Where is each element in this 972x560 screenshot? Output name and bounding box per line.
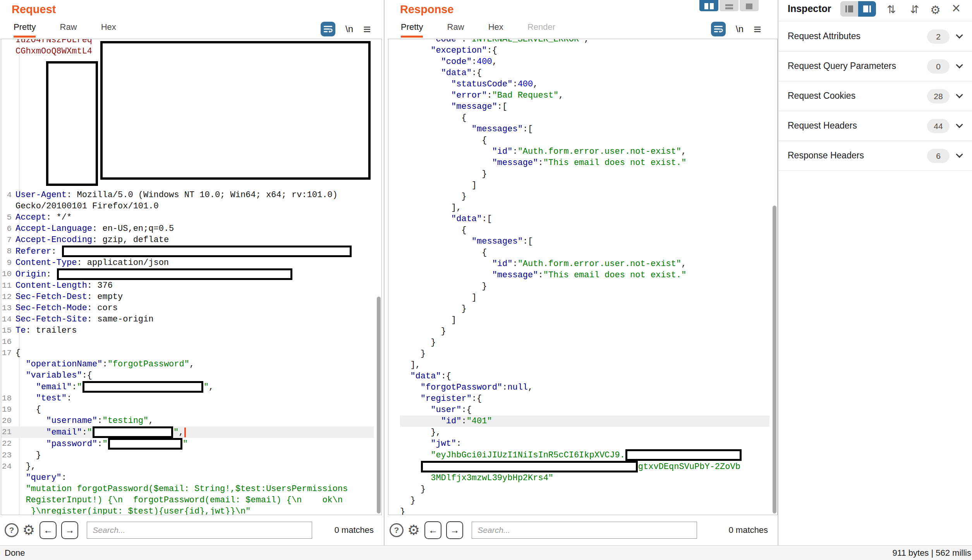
code-line[interactable]: Gecko/20100101 Firefox/101.0: [1, 201, 374, 212]
collapse-all-icon[interactable]: ⇵: [910, 3, 919, 16]
code-line[interactable]: 9Content-Type: application/json: [1, 257, 374, 268]
code-line: "data":[: [400, 213, 769, 225]
code-line[interactable]: 7Accept-Encoding: gzip, deflate: [1, 234, 374, 246]
tab-hex[interactable]: Hex: [101, 22, 116, 36]
code-line[interactable]: 12Sec-Fetch-Dest: empty: [1, 291, 374, 302]
layout-single-button[interactable]: [740, 0, 759, 11]
code-line[interactable]: RegisterInput!) {\n forgotPassword(email…: [1, 495, 374, 506]
newline-toggle[interactable]: \n: [736, 24, 744, 34]
code-text: 3MDlfjx3mzwL39ybHp2Krs4": [400, 472, 553, 484]
dock-left-button[interactable]: [840, 1, 858, 17]
request-search-bar: ? ⚙ ← → 0 matches: [0, 515, 384, 545]
next-match-button[interactable]: →: [61, 521, 78, 539]
inspector-section-response-headers[interactable]: Response Headers 6: [778, 141, 972, 171]
code-line: "messages":[: [400, 124, 769, 135]
request-code-tools: \n ≡: [321, 21, 371, 37]
code-line[interactable]: 13Sec-Fetch-Mode: cors: [1, 302, 374, 314]
expand-all-icon[interactable]: ⇅: [887, 3, 896, 16]
request-scrollbar[interactable]: [377, 297, 381, 514]
code-line: },: [400, 427, 769, 438]
code-line[interactable]: 19 {: [1, 404, 374, 415]
code-line[interactable]: "mutation forgotPassword($email: String!…: [1, 483, 374, 495]
layout-rows-button[interactable]: [720, 0, 738, 11]
code-text: "id":"401": [400, 416, 492, 427]
code-line[interactable]: 11Content-Length: 376: [1, 280, 374, 291]
previous-match-button[interactable]: ←: [424, 521, 441, 539]
code-line[interactable]: 6Accept-Language: en-US,en;q=0.5: [1, 223, 374, 234]
response-scrollbar[interactable]: [773, 206, 776, 514]
code-line[interactable]: 8Referer:: [1, 246, 374, 257]
code-text: ]: [400, 180, 477, 191]
code-line[interactable]: "operationName":"forgotPassword",: [1, 359, 374, 370]
code-line[interactable]: 24 },: [1, 461, 374, 472]
help-icon[interactable]: ?: [390, 523, 404, 537]
line-number: 19: [1, 404, 15, 415]
inspector-section-request-cookies[interactable]: Request Cookies 28: [778, 81, 972, 111]
code-line[interactable]: }\nregister(input: $test){user{id},jwt}}…: [1, 506, 374, 515]
inspector-section-request-query-parameters[interactable]: Request Query Parameters 0: [778, 52, 972, 81]
line-number: 17: [1, 347, 15, 359]
line-number: 9: [1, 257, 15, 268]
request-tabs: Pretty Raw Hex: [14, 22, 138, 39]
tab-raw[interactable]: Raw: [447, 22, 464, 36]
code-line[interactable]: "variables":{: [1, 370, 374, 381]
next-match-button[interactable]: →: [446, 521, 463, 539]
code-line[interactable]: "email":"",: [1, 381, 374, 393]
code-line[interactable]: 22 "password":"": [1, 438, 374, 450]
close-icon[interactable]: ×: [952, 0, 960, 17]
code-line[interactable]: 16: [1, 336, 374, 347]
count-badge: 28: [927, 89, 950, 103]
inspector-section-request-headers[interactable]: Request Headers 44: [778, 111, 972, 141]
response-search-bar: ? ⚙ ← → 0 matches: [385, 515, 778, 545]
tab-pretty[interactable]: Pretty: [401, 22, 423, 38]
inspector-section-request-attributes[interactable]: Request Attributes 2: [778, 22, 972, 52]
tab-raw[interactable]: Raw: [60, 22, 77, 36]
code-text: "eyJhbGci0iJIUzI1NiIsInR5cCI6IkpXVCJ9.: [400, 449, 742, 461]
code-text: Content-Length: 376: [15, 280, 113, 291]
code-text: }: [400, 168, 487, 180]
previous-match-button[interactable]: ←: [39, 521, 57, 539]
help-icon[interactable]: ?: [5, 523, 19, 537]
code-line[interactable]: 14Sec-Fetch-Site: same-origin: [1, 314, 374, 325]
code-line[interactable]: 4User-Agent: Mozilla/5.0 (Windows NT 10.…: [1, 189, 374, 201]
code-line[interactable]: 5Accept: */*: [1, 212, 374, 223]
response-code-tools: \n ≡: [711, 21, 761, 37]
code-text: Gecko/20100101 Firefox/101.0: [15, 201, 159, 212]
inspector-header: Inspector ⇅ ⇵ ⚙ ×: [778, 0, 972, 21]
code-line[interactable]: 20 "username":"testing",: [1, 415, 374, 426]
response-code-area[interactable]: "code":"INTERNAL_SERVER_ERROR", "excepti…: [388, 39, 778, 515]
tab-hex[interactable]: Hex: [488, 22, 503, 36]
newline-toggle[interactable]: \n: [345, 24, 353, 34]
menu-icon[interactable]: ≡: [754, 22, 761, 36]
code-line-highlighted[interactable]: 21 "email":"",: [1, 426, 374, 438]
menu-icon[interactable]: ≡: [363, 22, 371, 36]
app-window: Request Pretty Raw Hex \n ≡ IuzO4fNszFUL…: [0, 0, 972, 560]
chevron-down-icon: [956, 61, 963, 68]
dock-right-button[interactable]: [858, 1, 876, 17]
code-line[interactable]: "query":: [1, 472, 374, 483]
code-line[interactable]: 23 }: [1, 450, 374, 461]
code-text: Accept: */*: [15, 212, 72, 223]
gear-icon[interactable]: ⚙: [930, 3, 941, 17]
line-number: [1, 381, 15, 393]
code-line[interactable]: 10Origin:: [1, 268, 374, 280]
search-input[interactable]: [472, 522, 697, 539]
code-text: "register":{: [400, 393, 482, 404]
gear-icon[interactable]: ⚙: [22, 523, 35, 537]
code-line[interactable]: 17{: [1, 347, 374, 359]
gear-icon[interactable]: ⚙: [407, 523, 420, 537]
wrap-lines-button[interactable]: [711, 22, 726, 36]
panel-divider[interactable]: [384, 0, 385, 545]
request-code-area[interactable]: IuzO4fNszFULreqCGhxmOoQ8WXmtL44User-Agen…: [1, 39, 382, 515]
code-line: "forgotPassword":null,: [400, 382, 769, 393]
code-line[interactable]: 15Te: trailers: [1, 325, 374, 336]
tab-pretty[interactable]: Pretty: [14, 22, 36, 38]
code-line: ]: [400, 180, 769, 191]
tab-render[interactable]: Render: [527, 22, 555, 36]
layout-columns-button[interactable]: [699, 0, 718, 11]
search-input[interactable]: [87, 522, 312, 539]
code-line-highlighted: "id":"401": [400, 416, 769, 427]
code-line[interactable]: 18 "test":: [1, 393, 374, 404]
line-number: [1, 506, 15, 515]
wrap-lines-button[interactable]: [321, 22, 335, 36]
